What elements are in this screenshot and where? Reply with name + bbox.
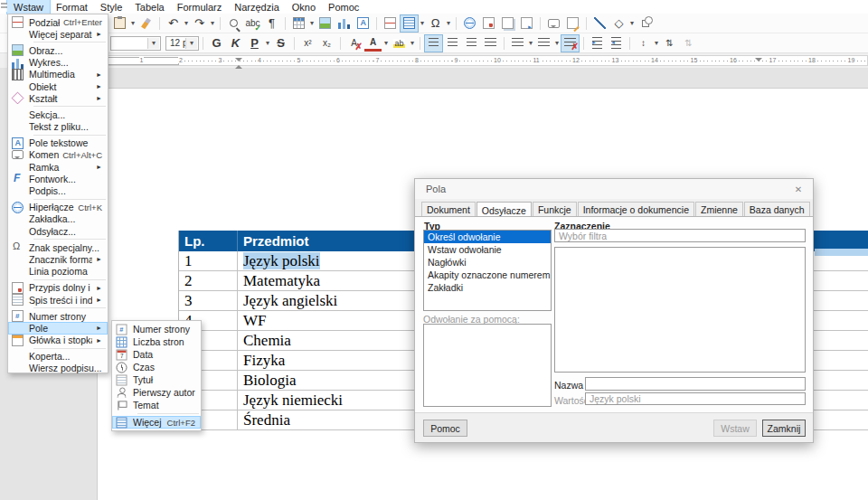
bullet-list-button[interactable] <box>509 35 526 52</box>
tab-zmienne[interactable]: Zmienne <box>695 202 743 217</box>
insert-line-button[interactable] <box>591 15 609 32</box>
menu-item-spis-tresci-i-indeks[interactable]: Spis treści i indeks► <box>8 294 108 306</box>
menu-item-obraz[interactable]: Obraz... <box>8 44 108 56</box>
insert-bookmark-button[interactable] <box>518 15 535 32</box>
font-name-combo[interactable]: ▾ <box>110 36 161 51</box>
insert-footnote-button[interactable] <box>480 15 497 32</box>
subscript-button[interactable]: x₂ <box>318 35 335 52</box>
no-list-button[interactable] <box>561 35 579 52</box>
draw-functions-button[interactable] <box>637 15 654 32</box>
numbered-list-dropdown[interactable]: ▾ <box>553 39 561 47</box>
numbered-list-button[interactable] <box>535 35 552 52</box>
menu-style[interactable]: Style <box>94 0 128 14</box>
menu-item-fontwork[interactable]: Fontwork... <box>8 173 108 184</box>
align-right-button[interactable] <box>463 35 480 52</box>
insert-endnote-button[interactable] <box>499 15 516 32</box>
menu-item-wiersz-podpisu[interactable]: Wiersz podpisu... <box>8 363 108 374</box>
menu-item-podpis[interactable]: Podpis... <box>8 184 108 196</box>
menu-pomoc[interactable]: Pomoc <box>322 0 365 14</box>
dialog-titlebar[interactable]: Pola ✕ <box>415 179 813 199</box>
find-replace-button[interactable] <box>225 15 242 32</box>
insert-comment-button[interactable] <box>545 15 562 32</box>
menu-narzedzia[interactable]: Narzędzia <box>228 0 286 14</box>
menu-item-podzial-strony[interactable]: Podział stronyCtrl+Enter <box>8 16 108 28</box>
insert-chart-button[interactable] <box>335 15 353 32</box>
formatting-marks-button[interactable]: ¶ <box>263 15 280 32</box>
spellcheck-button[interactable]: abc <box>244 15 261 32</box>
redo-button[interactable]: ↷ <box>191 15 208 32</box>
insert-textbox-button[interactable] <box>354 15 372 32</box>
font-color-button[interactable]: A <box>364 35 382 52</box>
menu-item-znak-specjalny[interactable]: Znak specjalny... <box>8 241 108 253</box>
menu-item-wiecej-pol[interactable]: Więcej pól...Ctrl+F2 <box>112 416 201 429</box>
menu-item-linia-pozioma[interactable]: Linia pozioma <box>8 266 108 278</box>
menu-item-multimedia[interactable]: Multimedia► <box>8 69 108 80</box>
menu-item-tytul[interactable]: Tytuł <box>112 373 201 386</box>
menu-item-komentarz[interactable]: KomentarzCtrl+Alt+C <box>8 149 108 161</box>
insert-table-button[interactable] <box>290 15 307 32</box>
menu-item-pierwszy-autor[interactable]: Pierwszy autor <box>112 386 201 399</box>
menu-okno[interactable]: Okno <box>286 0 322 14</box>
menu-item-wiecej-separatorow[interactable]: Więcej separatorów► <box>8 28 108 40</box>
strikethrough-button[interactable]: S <box>272 35 289 52</box>
line-spacing-button[interactable]: ↕ <box>635 35 652 52</box>
menu-item-numer-strony[interactable]: Numer strony <box>112 323 201 335</box>
tab-dokument[interactable]: Dokument <box>421 202 476 217</box>
underline-dropdown[interactable]: ▾ <box>264 39 271 47</box>
menu-formularz[interactable]: Formularz <box>171 0 229 14</box>
tab-funkcje[interactable]: Funkcje <box>533 202 577 217</box>
filter-input[interactable] <box>554 229 806 242</box>
font-name-dropdown[interactable]: ▾ <box>147 38 159 49</box>
insert-pagebreak-button[interactable] <box>382 15 399 32</box>
increase-indent-button[interactable] <box>589 35 606 52</box>
type-item-wstaw-odwolanie[interactable]: Wstaw odwołanie <box>424 243 551 256</box>
menu-item-ksztalt[interactable]: Kształt► <box>8 92 108 104</box>
insert-field-dropdown[interactable]: ▾ <box>419 19 426 27</box>
track-changes-button[interactable] <box>564 15 581 32</box>
special-character-dropdown[interactable]: ▾ <box>445 19 452 27</box>
highlight-color-button[interactable]: ab <box>391 35 408 52</box>
table-cell-number[interactable]: 2 <box>179 271 238 290</box>
superscript-button[interactable]: x² <box>299 35 316 52</box>
basic-shapes-dropdown[interactable]: ▾ <box>628 19 636 27</box>
line-spacing-dropdown[interactable]: ▾ <box>653 39 660 47</box>
menu-wstaw[interactable]: Wstaw <box>7 0 50 14</box>
menu-item-obiekt[interactable]: Obiekt► <box>8 80 108 92</box>
menu-item-przypis-dolny-i-koncowy[interactable]: Przypis dolny i końcowy► <box>8 282 108 294</box>
menu-item-koperta[interactable]: Koperta... <box>8 351 108 363</box>
align-justify-button[interactable] <box>482 35 499 52</box>
indent-marker[interactable] <box>235 58 242 65</box>
insert-hyperlink-button[interactable] <box>461 15 478 32</box>
decrease-indent-button[interactable] <box>608 35 625 52</box>
menu-item-odsylacz[interactable]: Odsyłacz... <box>8 225 108 237</box>
bold-button[interactable]: G <box>208 35 225 52</box>
menu-item-znacznik-formatowania[interactable]: Znacznik formatowania► <box>8 253 108 265</box>
bullet-list-dropdown[interactable]: ▾ <box>527 39 534 47</box>
underline-button[interactable]: P <box>246 35 263 52</box>
menu-item-tekst-z-pliku[interactable]: Tekst z pliku... <box>8 121 108 133</box>
table-cell-number[interactable]: 1 <box>179 251 238 270</box>
menu-item-hiperlacze[interactable]: Hiperłącze...Ctrl+K <box>8 202 108 213</box>
close-icon[interactable]: ✕ <box>791 182 806 196</box>
type-item-zakladki[interactable]: Zakładki <box>424 281 551 294</box>
type-item-okresl-odwolanie[interactable]: Określ odwołanie <box>424 231 551 243</box>
menu-format[interactable]: Format <box>50 0 94 14</box>
highlight-color-dropdown[interactable]: ▾ <box>409 39 416 47</box>
menu-item-liczba-stron[interactable]: Liczba stron <box>112 335 201 348</box>
basic-shapes-button[interactable]: ◇ <box>610 15 627 32</box>
redo-dropdown[interactable]: ▾ <box>209 19 216 27</box>
font-size-dropdown[interactable]: ▾ <box>185 38 197 49</box>
undo-button[interactable]: ↶ <box>165 15 182 32</box>
tab-informacje-o-dokumencie[interactable]: Informacje o dokumencie <box>578 202 694 217</box>
undo-dropdown[interactable]: ▾ <box>183 19 190 27</box>
paste-button[interactable] <box>111 15 128 32</box>
insert-field-button[interactable] <box>401 15 418 32</box>
insert-table-dropdown[interactable]: ▾ <box>308 19 316 27</box>
type-item-akapity-oznaczone-numerem[interactable]: Akapity oznaczone numerem <box>424 269 551 281</box>
paragraph-spacing-button[interactable]: ⇅ <box>661 35 678 52</box>
special-character-button[interactable]: Ω <box>427 15 444 32</box>
menu-item-pole-tekstowe[interactable]: Pole tekstowe <box>8 137 108 149</box>
type-item-naglowki[interactable]: Nagłówki <box>424 256 551 269</box>
menu-tabela[interactable]: Tabela <box>128 0 170 14</box>
menu-item-ramka[interactable]: Ramka► <box>8 161 108 173</box>
